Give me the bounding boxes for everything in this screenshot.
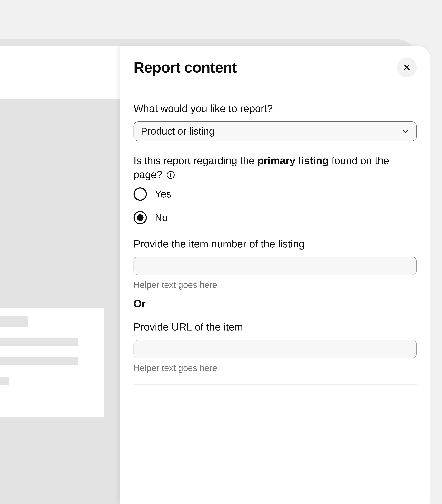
drawer-title: Report content (134, 59, 237, 76)
primary-listing-field: Is this report regarding the primary lis… (134, 154, 417, 224)
item-url-field: Provide URL of the item Helper text goes… (134, 320, 417, 373)
radio-option-no[interactable]: No (134, 211, 417, 224)
radio-circle-no (134, 211, 147, 224)
close-button[interactable] (397, 58, 417, 77)
radio-circle-yes (134, 187, 147, 201)
placeholder-bar (0, 357, 78, 365)
placeholder-bar (0, 316, 28, 327)
report-type-select[interactable]: Product or listing (134, 121, 417, 141)
item-number-label: Provide the item number of the listing (134, 237, 417, 251)
label-pre: Is this report regarding the (134, 155, 257, 166)
report-type-label: What would you like to report? (134, 102, 417, 116)
section-divider (134, 384, 417, 385)
info-icon[interactable] (166, 171, 175, 179)
radio-option-yes[interactable]: Yes (134, 187, 417, 201)
label-strong: primary listing (257, 155, 329, 166)
item-number-helper: Helper text goes here (134, 280, 417, 290)
item-number-input[interactable] (134, 257, 417, 275)
item-number-field: Provide the item number of the listing H… (134, 237, 417, 290)
svg-point-4 (170, 173, 171, 174)
item-url-label: Provide URL of the item (134, 320, 417, 334)
report-content-drawer: Report content What would you like to re… (120, 46, 430, 504)
report-type-select-wrap: Product or listing (134, 121, 417, 141)
close-icon (403, 63, 411, 72)
report-type-field: What would you like to report? Product o… (134, 102, 417, 141)
drawer-header: Report content (120, 46, 430, 88)
primary-listing-label: Is this report regarding the primary lis… (134, 154, 417, 182)
item-url-input[interactable] (134, 340, 417, 358)
primary-listing-radio-group: Yes No (134, 187, 417, 224)
placeholder-bar (0, 338, 78, 346)
or-separator-label: Or (134, 298, 417, 310)
radio-label-yes: Yes (155, 188, 171, 200)
item-url-helper: Helper text goes here (134, 363, 417, 373)
drawer-body: What would you like to report? Product o… (120, 88, 430, 385)
placeholder-bar (0, 377, 9, 385)
radio-label-no: No (155, 212, 168, 223)
report-type-selected-value: Product or listing (141, 126, 215, 137)
